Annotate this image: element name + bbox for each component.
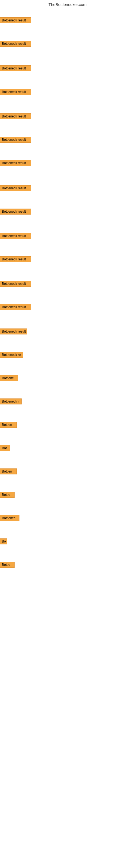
bottleneck-badge-row: Bottleneck r <box>0 399 21 405</box>
bottleneck-result-badge[interactable]: Bottleneck r <box>0 399 21 404</box>
bottleneck-badge-row: Bottleneck re <box>0 352 23 359</box>
bottleneck-badge-row: Bot <box>0 445 10 452</box>
bottleneck-badge-row: Bottlen <box>0 468 17 475</box>
bottleneck-result-badge[interactable]: Bottleneck result <box>0 304 31 310</box>
bottleneck-badge-row: Bottleneck result <box>0 137 31 144</box>
site-header: TheBottlenecker.com <box>0 0 135 10</box>
bottleneck-result-badge[interactable]: Bo <box>0 538 7 545</box>
bottleneck-badge-row: Bottle <box>0 492 14 499</box>
bottleneck-badge-row: Bottlenec <box>0 515 19 522</box>
bottleneck-result-badge[interactable]: Bottlenec <box>0 515 19 521</box>
bottleneck-result-badge[interactable]: Bottleneck result <box>0 18 31 23</box>
bottleneck-result-badge[interactable]: Bottleneck result <box>0 113 31 119</box>
bottleneck-result-badge[interactable]: Bottleneck result <box>0 209 31 215</box>
bottleneck-result-badge[interactable]: Bot <box>0 445 10 451</box>
bottleneck-badge-row: Bottleneck result <box>0 65 31 72</box>
bottleneck-result-badge[interactable]: Bottleneck result <box>0 185 31 191</box>
bottleneck-badge-row: Bottlen <box>0 422 17 429</box>
bottleneck-badge-row: Bottleneck result <box>0 160 31 167</box>
bottleneck-result-badge[interactable]: Bottlen <box>0 422 17 428</box>
bottleneck-result-badge[interactable]: Bottle <box>0 562 14 568</box>
bottleneck-badge-row: Bottleneck result <box>0 304 31 311</box>
bottleneck-badge-row: Bottleneck result <box>0 233 31 240</box>
bottleneck-result-badge[interactable]: Bottleneck result <box>0 41 31 46</box>
bottleneck-result-badge[interactable]: Bottleneck result <box>0 160 31 166</box>
bottleneck-result-badge[interactable]: Bottle <box>0 492 14 498</box>
bottleneck-result-badge[interactable]: Bottleneck result <box>0 65 31 71</box>
bottleneck-badge-row: Bottleneck result <box>0 256 31 264</box>
bottleneck-result-badge[interactable]: Bottleneck result <box>0 137 31 143</box>
bottleneck-badge-row: Bottle <box>0 562 14 569</box>
bottleneck-result-badge[interactable]: Bottlen <box>0 468 17 474</box>
bottleneck-badge-row: Bottleneck result <box>0 329 27 336</box>
bottleneck-badge-row: Bo <box>0 538 7 546</box>
bottleneck-badge-row: Bottleneck result <box>0 18 31 24</box>
bottleneck-badge-row: Bottleneck result <box>0 281 31 288</box>
bottleneck-badge-row: Bottleneck result <box>0 209 31 216</box>
bottleneck-result-badge[interactable]: Bottleneck result <box>0 256 31 262</box>
bottleneck-result-badge[interactable]: Bottleneck result <box>0 233 31 239</box>
bottleneck-badge-row: Bottleneck result <box>0 185 31 192</box>
bottleneck-badge-row: Bottlene <box>0 375 18 382</box>
bottleneck-result-badge[interactable]: Bottlene <box>0 375 18 381</box>
bottleneck-result-badge[interactable]: Bottleneck result <box>0 281 31 287</box>
bottleneck-badge-row: Bottleneck result <box>0 113 31 120</box>
bottleneck-result-badge[interactable]: Bottleneck result <box>0 89 31 95</box>
bottleneck-result-badge[interactable]: Bottleneck re <box>0 352 23 358</box>
bottleneck-result-badge[interactable]: Bottleneck result <box>0 329 27 335</box>
bottleneck-badge-row: Bottleneck result <box>0 89 31 96</box>
bottleneck-badge-row: Bottleneck result <box>0 41 31 48</box>
